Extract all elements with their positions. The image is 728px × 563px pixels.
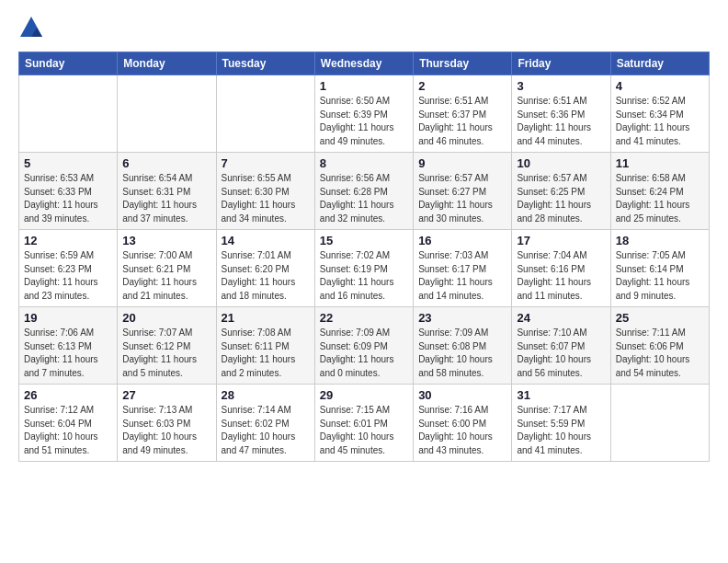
- day-info: Sunrise: 7:02 AM Sunset: 6:19 PM Dayligh…: [320, 249, 408, 303]
- day-info: Sunrise: 6:55 AM Sunset: 6:30 PM Dayligh…: [222, 172, 310, 225]
- day-info: Sunrise: 6:53 AM Sunset: 6:33 PM Dayligh…: [24, 172, 112, 225]
- calendar-cell: 5Sunrise: 6:53 AM Sunset: 6:33 PM Daylig…: [19, 153, 118, 230]
- day-info: Sunrise: 7:17 AM Sunset: 5:59 PM Dayligh…: [517, 404, 605, 457]
- day-number: 17: [517, 234, 605, 247]
- day-number: 14: [222, 234, 310, 247]
- calendar-week-2: 5Sunrise: 6:53 AM Sunset: 6:33 PM Daylig…: [19, 153, 710, 230]
- day-number: 12: [24, 234, 112, 247]
- calendar-header-friday: Friday: [512, 52, 610, 75]
- calendar-cell: [19, 75, 118, 153]
- day-number: 10: [517, 156, 605, 170]
- day-info: Sunrise: 6:51 AM Sunset: 6:36 PM Dayligh…: [517, 95, 605, 148]
- calendar-cell: 31Sunrise: 7:17 AM Sunset: 5:59 PM Dayli…: [512, 385, 610, 462]
- day-info: Sunrise: 6:58 AM Sunset: 6:24 PM Dayligh…: [616, 172, 704, 225]
- day-number: 13: [122, 234, 210, 247]
- calendar-header-wednesday: Wednesday: [314, 52, 413, 75]
- calendar-header-saturday: Saturday: [610, 52, 709, 75]
- calendar-cell: 28Sunrise: 7:14 AM Sunset: 6:02 PM Dayli…: [216, 385, 314, 462]
- day-info: Sunrise: 7:09 AM Sunset: 6:09 PM Dayligh…: [320, 327, 408, 380]
- calendar-cell: 24Sunrise: 7:10 AM Sunset: 6:07 PM Dayli…: [512, 307, 610, 385]
- day-info: Sunrise: 7:15 AM Sunset: 6:01 PM Dayligh…: [320, 404, 408, 457]
- calendar-cell: 19Sunrise: 7:06 AM Sunset: 6:13 PM Dayli…: [19, 307, 118, 385]
- calendar-week-3: 12Sunrise: 6:59 AM Sunset: 6:23 PM Dayli…: [19, 230, 710, 307]
- calendar-cell: 29Sunrise: 7:15 AM Sunset: 6:01 PM Dayli…: [314, 385, 413, 462]
- page: SundayMondayTuesdayWednesdayThursdayFrid…: [0, 0, 728, 471]
- day-number: 8: [320, 156, 408, 170]
- calendar-cell: 18Sunrise: 7:05 AM Sunset: 6:14 PM Dayli…: [610, 230, 709, 307]
- day-info: Sunrise: 7:06 AM Sunset: 6:13 PM Dayligh…: [24, 327, 112, 380]
- calendar-header-monday: Monday: [118, 52, 216, 75]
- calendar-cell: 10Sunrise: 6:57 AM Sunset: 6:25 PM Dayli…: [512, 153, 610, 230]
- day-info: Sunrise: 7:01 AM Sunset: 6:20 PM Dayligh…: [222, 249, 310, 303]
- calendar-cell: 3Sunrise: 6:51 AM Sunset: 6:36 PM Daylig…: [512, 75, 610, 153]
- calendar-cell: 21Sunrise: 7:08 AM Sunset: 6:11 PM Dayli…: [216, 307, 314, 385]
- calendar-header-tuesday: Tuesday: [216, 52, 314, 75]
- day-number: 27: [122, 388, 210, 402]
- day-info: Sunrise: 7:00 AM Sunset: 6:21 PM Dayligh…: [122, 249, 210, 303]
- calendar-header-sunday: Sunday: [19, 52, 118, 75]
- day-number: 24: [517, 311, 605, 325]
- logo-icon: [18, 15, 44, 40]
- calendar-cell: 30Sunrise: 7:16 AM Sunset: 6:00 PM Dayli…: [414, 385, 512, 462]
- calendar-cell: 9Sunrise: 6:57 AM Sunset: 6:27 PM Daylig…: [414, 153, 512, 230]
- day-number: 31: [517, 388, 605, 402]
- calendar-cell: 16Sunrise: 7:03 AM Sunset: 6:17 PM Dayli…: [414, 230, 512, 307]
- calendar-week-1: 1Sunrise: 6:50 AM Sunset: 6:39 PM Daylig…: [19, 75, 710, 153]
- calendar-table: SundayMondayTuesdayWednesdayThursdayFrid…: [18, 52, 710, 462]
- day-info: Sunrise: 7:14 AM Sunset: 6:02 PM Dayligh…: [222, 404, 310, 457]
- calendar-header-row: SundayMondayTuesdayWednesdayThursdayFrid…: [19, 52, 710, 75]
- day-info: Sunrise: 6:57 AM Sunset: 6:25 PM Dayligh…: [517, 172, 605, 225]
- day-info: Sunrise: 7:08 AM Sunset: 6:11 PM Dayligh…: [222, 327, 310, 380]
- day-number: 7: [222, 156, 310, 170]
- calendar-cell: 8Sunrise: 6:56 AM Sunset: 6:28 PM Daylig…: [314, 153, 413, 230]
- day-info: Sunrise: 6:57 AM Sunset: 6:27 PM Dayligh…: [418, 172, 506, 225]
- day-number: 26: [24, 388, 112, 402]
- day-number: 30: [418, 388, 506, 402]
- day-number: 1: [320, 79, 408, 93]
- calendar-cell: 17Sunrise: 7:04 AM Sunset: 6:16 PM Dayli…: [512, 230, 610, 307]
- day-number: 20: [122, 311, 210, 325]
- calendar-cell: [610, 385, 709, 462]
- day-number: 3: [517, 79, 605, 93]
- calendar-cell: 11Sunrise: 6:58 AM Sunset: 6:24 PM Dayli…: [610, 153, 709, 230]
- day-number: 16: [418, 234, 506, 247]
- day-number: 23: [418, 311, 506, 325]
- day-number: 6: [122, 156, 210, 170]
- day-info: Sunrise: 7:04 AM Sunset: 6:16 PM Dayligh…: [517, 249, 605, 303]
- header: [18, 15, 710, 40]
- calendar-cell: 23Sunrise: 7:09 AM Sunset: 6:08 PM Dayli…: [414, 307, 512, 385]
- day-number: 4: [616, 79, 704, 93]
- day-info: Sunrise: 6:56 AM Sunset: 6:28 PM Dayligh…: [320, 172, 408, 225]
- calendar-cell: 22Sunrise: 7:09 AM Sunset: 6:09 PM Dayli…: [314, 307, 413, 385]
- day-info: Sunrise: 7:03 AM Sunset: 6:17 PM Dayligh…: [418, 249, 506, 303]
- day-number: 28: [222, 388, 310, 402]
- day-number: 18: [616, 234, 704, 247]
- day-info: Sunrise: 6:52 AM Sunset: 6:34 PM Dayligh…: [616, 95, 704, 148]
- day-info: Sunrise: 7:10 AM Sunset: 6:07 PM Dayligh…: [517, 327, 605, 380]
- calendar-cell: 4Sunrise: 6:52 AM Sunset: 6:34 PM Daylig…: [610, 75, 709, 153]
- calendar-header-thursday: Thursday: [414, 52, 512, 75]
- day-info: Sunrise: 7:11 AM Sunset: 6:06 PM Dayligh…: [616, 327, 704, 380]
- calendar-cell: 12Sunrise: 6:59 AM Sunset: 6:23 PM Dayli…: [19, 230, 118, 307]
- day-number: 19: [24, 311, 112, 325]
- logo: [18, 15, 48, 40]
- calendar-cell: 27Sunrise: 7:13 AM Sunset: 6:03 PM Dayli…: [118, 385, 216, 462]
- day-info: Sunrise: 6:59 AM Sunset: 6:23 PM Dayligh…: [24, 249, 112, 303]
- day-number: 5: [24, 156, 112, 170]
- day-number: 15: [320, 234, 408, 247]
- day-number: 21: [222, 311, 310, 325]
- day-info: Sunrise: 7:13 AM Sunset: 6:03 PM Dayligh…: [122, 404, 210, 457]
- calendar-cell: 20Sunrise: 7:07 AM Sunset: 6:12 PM Dayli…: [118, 307, 216, 385]
- day-info: Sunrise: 6:54 AM Sunset: 6:31 PM Dayligh…: [122, 172, 210, 225]
- day-info: Sunrise: 6:50 AM Sunset: 6:39 PM Dayligh…: [320, 95, 408, 148]
- day-info: Sunrise: 7:05 AM Sunset: 6:14 PM Dayligh…: [616, 249, 704, 303]
- day-number: 25: [616, 311, 704, 325]
- calendar-cell: 26Sunrise: 7:12 AM Sunset: 6:04 PM Dayli…: [19, 385, 118, 462]
- day-info: Sunrise: 7:09 AM Sunset: 6:08 PM Dayligh…: [418, 327, 506, 380]
- calendar-cell: 13Sunrise: 7:00 AM Sunset: 6:21 PM Dayli…: [118, 230, 216, 307]
- calendar-cell: 2Sunrise: 6:51 AM Sunset: 6:37 PM Daylig…: [414, 75, 512, 153]
- day-number: 2: [418, 79, 506, 93]
- day-info: Sunrise: 7:12 AM Sunset: 6:04 PM Dayligh…: [24, 404, 112, 457]
- day-number: 22: [320, 311, 408, 325]
- day-number: 29: [320, 388, 408, 402]
